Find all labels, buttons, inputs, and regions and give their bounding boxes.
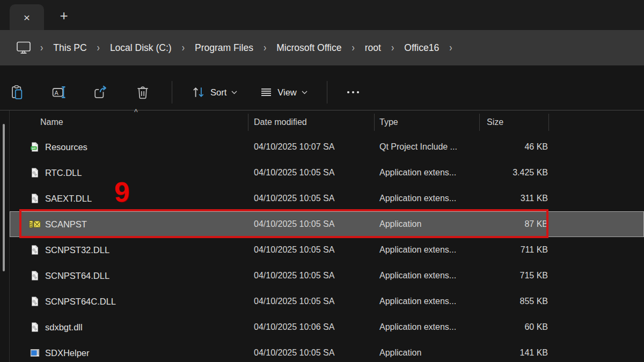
table-row[interactable]: SAEXT.DLL 04/10/2025 10:05 SA Applicatio… bbox=[10, 186, 644, 211]
column-header-size[interactable]: Size bbox=[487, 110, 503, 134]
sort-ascending-icon: ^ bbox=[134, 108, 138, 116]
breadcrumb-item-root[interactable]: root bbox=[356, 38, 390, 58]
file-type: Application extens... bbox=[379, 263, 456, 289]
column-divider[interactable] bbox=[479, 114, 480, 131]
file-size: 87 KB bbox=[479, 211, 548, 237]
toolbar-divider bbox=[327, 81, 327, 104]
column-header-name[interactable]: Name bbox=[40, 110, 63, 134]
this-pc-monitor-icon bbox=[16, 41, 31, 55]
file-type: Application bbox=[379, 211, 421, 237]
breadcrumb-chevron-icon: › bbox=[390, 42, 396, 54]
breadcrumb-item-local-disk-c-[interactable]: Local Disk (C:) bbox=[101, 38, 180, 58]
file-rows: Resources 04/10/2025 10:07 SA Qt Project… bbox=[10, 134, 644, 362]
file-name: SCANPST bbox=[45, 211, 87, 237]
dll-file-icon bbox=[29, 193, 41, 204]
file-type: Application extens... bbox=[379, 160, 456, 186]
rename-button[interactable]: A bbox=[42, 79, 76, 105]
file-date-modified: 04/10/2025 10:05 SA bbox=[254, 237, 334, 263]
share-button[interactable] bbox=[84, 79, 118, 105]
breadcrumb-chevron-icon: › bbox=[180, 42, 186, 54]
sort-button-label: Sort bbox=[210, 87, 226, 98]
more-ellipsis-icon bbox=[346, 90, 360, 94]
breadcrumb-item-this-pc[interactable]: This PC bbox=[45, 38, 95, 58]
file-date-modified: 04/10/2025 10:05 SA bbox=[254, 289, 334, 314]
file-type: Application extens... bbox=[379, 186, 456, 211]
table-row[interactable]: SDXHelper 04/10/2025 10:05 SA Applicatio… bbox=[10, 340, 644, 362]
file-date-modified: 04/10/2025 10:07 SA bbox=[254, 134, 334, 160]
breadcrumb-chevron-icon: › bbox=[350, 42, 356, 54]
column-divider[interactable] bbox=[374, 114, 375, 131]
app-window-icon bbox=[29, 347, 41, 359]
breadcrumb: ›This PC›Local Disk (C:)›Program Files›M… bbox=[39, 38, 453, 58]
table-row[interactable]: SCNPST64.DLL 04/10/2025 10:05 SA Applica… bbox=[10, 263, 644, 289]
file-type: Application bbox=[379, 340, 421, 362]
sort-arrows-icon bbox=[192, 86, 206, 99]
view-button-label: View bbox=[277, 87, 296, 98]
file-type: Application extens... bbox=[379, 289, 456, 314]
file-size: 311 KB bbox=[479, 186, 548, 211]
file-type: Application extens... bbox=[379, 314, 456, 340]
view-button[interactable]: View bbox=[252, 79, 314, 105]
breadcrumb-chevron-icon: › bbox=[39, 42, 45, 54]
breadcrumb-item-office16[interactable]: Office16 bbox=[396, 38, 448, 58]
column-header-type[interactable]: Type bbox=[379, 110, 398, 134]
file-name: SCNPST32.DLL bbox=[45, 237, 109, 263]
file-date-modified: 04/10/2025 10:05 SA bbox=[254, 211, 334, 237]
column-divider[interactable] bbox=[248, 114, 248, 131]
rename-icon: A bbox=[52, 85, 67, 100]
see-more-button[interactable] bbox=[339, 79, 367, 105]
file-size: 46 KB bbox=[479, 134, 548, 160]
file-size: 141 KB bbox=[479, 340, 548, 362]
toolbar-divider bbox=[172, 81, 172, 104]
dll-file-icon bbox=[29, 295, 41, 307]
dll-file-icon bbox=[29, 244, 41, 256]
file-name: SDXHelper bbox=[45, 340, 90, 362]
breadcrumb-chevron-icon: › bbox=[96, 42, 101, 54]
tab-close-icon[interactable]: × bbox=[19, 11, 34, 24]
pri-file-icon bbox=[29, 141, 41, 153]
file-size: 715 KB bbox=[479, 263, 548, 289]
explorer-tab[interactable]: × bbox=[10, 4, 44, 30]
breadcrumb-item-microsoft-office[interactable]: Microsoft Office bbox=[268, 38, 350, 58]
file-name: SAEXT.DLL bbox=[45, 186, 92, 211]
table-row[interactable]: Resources 04/10/2025 10:07 SA Qt Project… bbox=[10, 134, 644, 160]
file-size: 855 KB bbox=[479, 289, 548, 314]
dll-file-icon bbox=[29, 167, 41, 179]
file-date-modified: 04/10/2025 10:05 SA bbox=[254, 186, 334, 211]
breadcrumb-chevron-icon: › bbox=[262, 42, 268, 54]
file-type: Application extens... bbox=[379, 237, 456, 263]
new-tab-button[interactable]: + bbox=[54, 5, 74, 26]
delete-button[interactable] bbox=[126, 79, 160, 105]
column-header-date-modified[interactable]: Date modified bbox=[254, 110, 307, 134]
breadcrumb-item-program-files[interactable]: Program Files bbox=[186, 38, 262, 58]
chevron-down-icon bbox=[302, 91, 308, 94]
table-row-selected[interactable]: SCANPST 04/10/2025 10:05 SA Application … bbox=[10, 211, 644, 237]
table-row[interactable]: SCNPST32.DLL 04/10/2025 10:05 SA Applica… bbox=[10, 237, 644, 263]
column-divider[interactable] bbox=[548, 114, 549, 131]
command-toolbar: A Sort View bbox=[0, 77, 644, 107]
file-size: 711 KB bbox=[479, 237, 548, 263]
table-row[interactable]: sdxbgt.dll 04/10/2025 10:06 SA Applicati… bbox=[10, 314, 644, 340]
file-name: RTC.DLL bbox=[45, 160, 82, 186]
file-date-modified: 04/10/2025 10:06 SA bbox=[254, 314, 334, 340]
column-header-row: ^ Name Date modified Type Size bbox=[0, 110, 644, 134]
file-type: Qt Project Include ... bbox=[379, 134, 457, 160]
dll-file-icon bbox=[29, 270, 41, 282]
file-name: SCNPST64.DLL bbox=[45, 263, 109, 289]
breadcrumb-chevron-icon: › bbox=[448, 42, 453, 54]
scanpst-app-icon bbox=[29, 218, 41, 230]
table-row[interactable]: SCNPST64C.DLL 04/10/2025 10:05 SA Applic… bbox=[10, 289, 644, 314]
tab-strip: × + bbox=[0, 0, 644, 30]
file-date-modified: 04/10/2025 10:05 SA bbox=[254, 160, 334, 186]
chevron-down-icon bbox=[231, 91, 237, 94]
paste-button[interactable] bbox=[0, 79, 34, 105]
nav-scrollbar[interactable] bbox=[3, 124, 5, 271]
table-row[interactable]: RTC.DLL 04/10/2025 10:05 SA Application … bbox=[10, 160, 644, 186]
share-icon bbox=[93, 85, 108, 100]
dll-file-icon bbox=[29, 321, 41, 333]
file-name: SCNPST64C.DLL bbox=[45, 289, 116, 314]
delete-icon bbox=[135, 85, 150, 100]
file-name: Resources bbox=[45, 134, 87, 160]
sort-button[interactable]: Sort bbox=[184, 79, 245, 105]
file-size: 60 KB bbox=[479, 314, 548, 340]
